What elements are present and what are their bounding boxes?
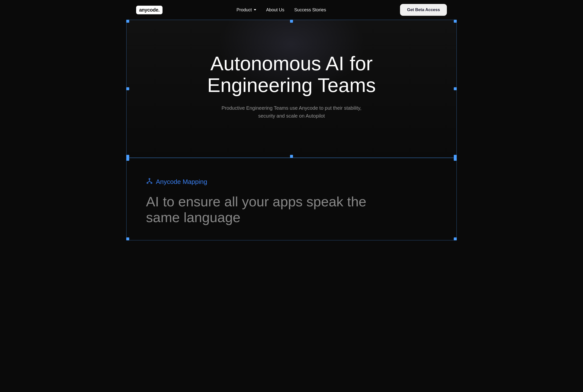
nav-link-about[interactable]: About Us xyxy=(266,8,284,12)
get-beta-access-button[interactable]: Get Beta Access xyxy=(400,4,447,16)
selection-handle-bm xyxy=(290,155,293,158)
hero-subtitle: Productive Engineering Teams use Anycode… xyxy=(220,104,363,120)
selection-handle-ml xyxy=(126,87,129,90)
selection-handle-mr xyxy=(454,87,457,90)
navbar: anycode. Product About Us Success Storie… xyxy=(126,0,457,20)
hero-section: Autonomous AI for Engineering Teams Prod… xyxy=(126,20,457,158)
selection-handle-tm xyxy=(290,20,293,23)
fork-icon xyxy=(146,178,153,186)
chevron-down-icon xyxy=(254,9,256,10)
lower-handle-br xyxy=(454,238,457,240)
feature-heading-text: AI to ensure all your apps speak the sam… xyxy=(146,194,366,225)
feature-label-container: Anycode Mapping xyxy=(146,178,437,186)
nav-item-product[interactable]: Product xyxy=(236,8,256,12)
svg-line-5 xyxy=(150,181,152,182)
selection-handle-bl xyxy=(126,155,129,158)
logo[interactable]: anycode. xyxy=(136,6,162,14)
selection-handle-br xyxy=(454,155,457,158)
lower-section: Anycode Mapping AI to ensure all your ap… xyxy=(126,158,457,240)
nav-link-product[interactable]: Product xyxy=(236,8,256,12)
lower-handle-bl xyxy=(126,238,129,240)
feature-label-text: Anycode Mapping xyxy=(156,178,207,186)
svg-line-4 xyxy=(148,181,150,182)
lower-handle-tr xyxy=(454,158,457,161)
selection-handle-tr xyxy=(454,20,457,23)
nav-item-success[interactable]: Success Stories xyxy=(294,8,326,12)
feature-heading: AI to ensure all your apps speak the sam… xyxy=(146,194,368,226)
logo-text: anycode. xyxy=(139,7,160,13)
hero-title-line2: Engineering Teams xyxy=(207,74,376,96)
hero-title: Autonomous AI for Engineering Teams xyxy=(207,53,376,96)
nav-link-success[interactable]: Success Stories xyxy=(294,8,326,12)
hero-title-line1: Autonomous AI for xyxy=(210,52,373,74)
lower-handle-tl xyxy=(126,158,129,161)
selection-handle-tl xyxy=(126,20,129,23)
nav-links: Product About Us Success Stories xyxy=(236,8,326,12)
nav-item-about[interactable]: About Us xyxy=(266,8,284,12)
